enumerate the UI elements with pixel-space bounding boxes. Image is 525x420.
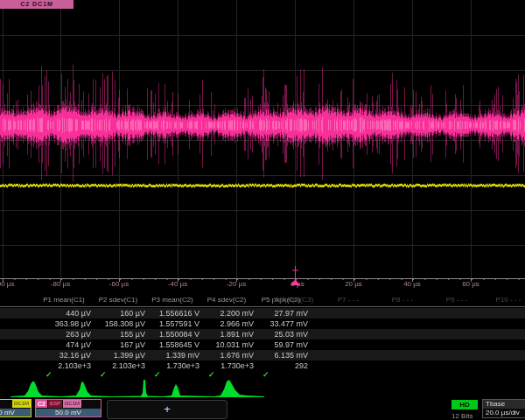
cell: 27.97 mV (254, 308, 308, 318)
cell: 263 µV (37, 329, 91, 340)
histicon-p2[interactable] (61, 378, 112, 398)
c2-esp-badge: ESP (48, 400, 62, 408)
cell: 158.308 µV (91, 318, 145, 329)
cell: 1.891 mV (200, 329, 254, 340)
cell: 1.550084 V (145, 329, 200, 340)
param-header-p1[interactable]: P1 mean(C1) (37, 296, 91, 304)
timebase-value: 20.0 µs/div (483, 409, 525, 417)
cell: 1.339 mV (145, 350, 200, 360)
time-tick-label: -100 µs (0, 280, 14, 288)
measure-table: P1 mean(C1) P2 sdev(C1) P3 mean(C2) P4 s… (0, 296, 525, 381)
timebase-box[interactable]: Tbase 20.0 µs/div (482, 399, 525, 418)
histicon-p4[interactable] (163, 378, 214, 398)
c2-label: C2 (36, 400, 47, 408)
histicon-strip (0, 378, 525, 398)
cell: 363.98 µV (37, 318, 91, 329)
time-tick-label-trigger: 0 µs (290, 280, 304, 288)
measure-table-header-row: P1 mean(C1) P2 sdev(C1) P3 mean(C2) P4 s… (0, 296, 525, 305)
cell: 6.135 mV (254, 350, 308, 360)
table-row-mean: 363.98 µV 158.308 µV 1.557591 V 2.966 mV… (0, 318, 525, 329)
cell: 167 µV (91, 340, 145, 350)
cell: 474 µV (37, 340, 91, 350)
cell: 155 µV (91, 329, 145, 340)
table-row-sdev: 32.16 µV 1.399 µV 1.339 mV 1.676 mV 6.13… (0, 350, 525, 360)
table-row-value: 440 µV 160 µV 1.556616 V 2.200 mV 27.97 … (0, 308, 525, 318)
cell: 1.558645 V (145, 340, 200, 350)
time-tick-label: -40 µs (168, 280, 187, 288)
cell: 1.557591 V (145, 318, 200, 329)
time-tick-label: 40 µs (403, 280, 421, 288)
timebase-label: Tbase (483, 400, 525, 409)
trace-label-badge: C2 DC1M (0, 0, 74, 9)
c1-descriptor-box[interactable]: C1 DC1M 10.0 mV (0, 399, 32, 417)
cell: 59.97 mV (254, 340, 308, 350)
c2-scale: 50.0 mV (36, 409, 101, 417)
param-header-p6[interactable]: P6 pkpk(C3) (267, 296, 321, 304)
histicon-p5[interactable] (214, 378, 264, 398)
cell: 2.200 mV (200, 308, 254, 318)
cell: 160 µV (91, 308, 145, 318)
cell: 25.03 mV (254, 329, 308, 340)
bit-depth-label: 12 Bits (452, 412, 472, 420)
param-header-p2[interactable]: P2 sdev(C1) (91, 296, 145, 304)
time-tick-label: -80 µs (51, 280, 70, 288)
cell: 1.676 mV (200, 350, 254, 360)
param-header-p9[interactable]: P9 - - - (430, 296, 484, 304)
cell: 1.399 µV (91, 350, 145, 360)
table-row-min: 263 µV 155 µV 1.550084 V 1.891 mV 25.03 … (0, 329, 525, 340)
histicon-p1[interactable] (10, 378, 61, 398)
time-tick-label: 60 µs (462, 280, 480, 288)
waveform-grid (0, 0, 525, 290)
param-header-p8[interactable]: P8 - - - (375, 296, 430, 304)
param-header-p3[interactable]: P3 mean(C2) (145, 296, 200, 304)
cell: 10.031 mV (200, 340, 254, 350)
table-row-max: 474 µV 167 µV 1.558645 V 10.031 mV 59.97… (0, 340, 525, 350)
c2-coupling-badge: DC1M (63, 400, 81, 408)
time-tick-label: 20 µs (345, 280, 362, 288)
c1-scale: 10.0 mV (0, 409, 31, 417)
c2-descriptor-box[interactable]: C2 ESP DC1M 50.0 mV (35, 399, 102, 417)
header-separator (0, 306, 525, 307)
time-tick-label: -20 µs (227, 280, 246, 288)
add-trace-button[interactable]: + (107, 400, 228, 419)
cell: 32.16 µV (37, 350, 91, 360)
hd-mode-badge[interactable]: HD (452, 400, 478, 410)
param-header-p7[interactable]: P7 - - - (321, 296, 375, 304)
cell: 33.477 mV (254, 318, 308, 329)
cell: 440 µV (37, 308, 91, 318)
c1-coupling-badge: DC1M (12, 400, 31, 408)
param-header-p4[interactable]: P4 sdev(C2) (200, 296, 254, 304)
histicon-p3[interactable] (112, 378, 163, 398)
param-header-p10[interactable]: P10 - - - (481, 296, 525, 304)
cell: 1.556616 V (145, 308, 200, 318)
cell: 2.966 mV (200, 318, 254, 329)
time-tick-label: -60 µs (109, 280, 129, 288)
descriptor-strip: C1 DC1M 10.0 mV C2 ESP DC1M 50.0 mV + HD… (0, 398, 525, 420)
oscilloscope-screen: C2 DC1M -100 µs -80 µs -60 µs -40 µs -20… (0, 0, 525, 420)
